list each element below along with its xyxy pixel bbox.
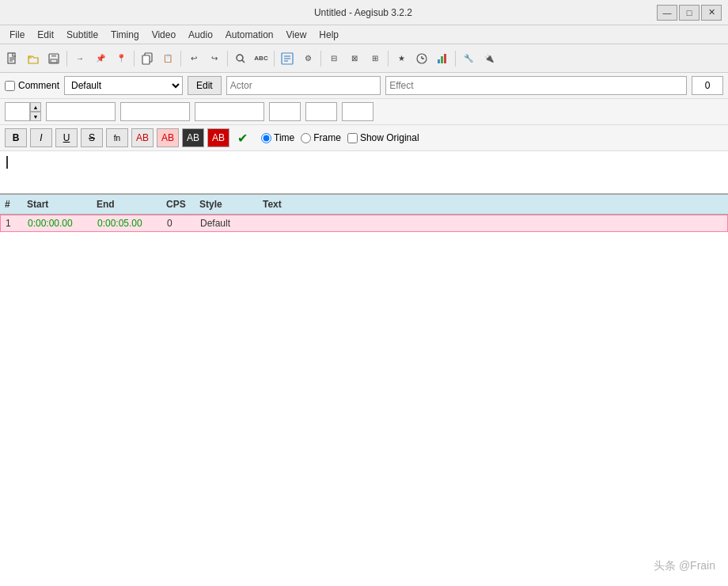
show-original-checkbox[interactable]: [347, 133, 358, 143]
toolbar-properties[interactable]: ⚙: [298, 49, 317, 68]
toolbar-sep8: [455, 51, 456, 67]
text-editor-wrap: [0, 151, 728, 195]
italic-button[interactable]: I: [30, 128, 52, 147]
toolbar-copy[interactable]: [138, 49, 157, 68]
effect-input[interactable]: [385, 76, 687, 95]
close-button[interactable]: ✕: [701, 5, 722, 21]
toolbar-sep6: [320, 51, 321, 67]
toolbar-grid1[interactable]: ⊟: [324, 49, 343, 68]
cell-end: 0:00:05.00: [93, 215, 162, 231]
watermark: 头条 @Frain: [654, 559, 715, 573]
toolbar-star[interactable]: ★: [392, 49, 411, 68]
subtitle-list: # Start End CPS Style Text 1 0:00:00.00 …: [0, 195, 728, 586]
margin-v-input[interactable]: 0: [342, 102, 373, 121]
toolbar-paste[interactable]: 📋: [158, 49, 177, 68]
header-cps: CPS: [161, 197, 195, 211]
menu-audio[interactable]: Audio: [182, 28, 219, 42]
edit-button[interactable]: Edit: [188, 76, 222, 95]
font-name-button[interactable]: fn: [106, 128, 128, 147]
toolbar-sep2: [134, 51, 135, 67]
time-radio-label[interactable]: Time: [261, 132, 294, 143]
cell-text: [259, 215, 727, 231]
minimize-button[interactable]: —: [657, 5, 677, 21]
cell-cps: 0: [162, 215, 195, 231]
toolbar-spellcheck[interactable]: ABC: [252, 49, 271, 68]
text-editor[interactable]: [0, 151, 728, 192]
layer-input[interactable]: [692, 76, 723, 95]
toolbar-open[interactable]: [24, 49, 43, 68]
title-bar-controls: — □ ✕: [657, 5, 722, 21]
toolbar-clock[interactable]: [412, 49, 431, 68]
menu-timing[interactable]: Timing: [104, 28, 146, 42]
end-time-input[interactable]: 0:00:05.00: [120, 102, 190, 121]
strikethrough-button[interactable]: S: [81, 128, 103, 147]
toolbar-undo[interactable]: ↩: [184, 49, 203, 68]
cell-style: Default: [195, 215, 259, 231]
table-row[interactable]: 1 0:00:00.00 0:00:05.00 0 Default: [0, 215, 728, 232]
time-radio[interactable]: [261, 133, 271, 143]
spinner-buttons: ▲ ▼: [30, 102, 41, 121]
color3-button[interactable]: AB: [182, 128, 204, 147]
toolbar-new[interactable]: [3, 49, 22, 68]
menu-file[interactable]: File: [3, 28, 31, 42]
menu-subtitle[interactable]: Subtitle: [60, 28, 104, 42]
underline-button[interactable]: U: [55, 128, 78, 147]
svg-point-10: [237, 55, 243, 61]
edit-row3: B I U S fn AB AB AB AB ✔ Time Frame Show…: [0, 125, 728, 151]
toolbar-wrench[interactable]: 🔧: [459, 49, 478, 68]
toolbar-sep4: [227, 51, 228, 67]
toolbar-chart[interactable]: [433, 49, 452, 68]
toolbar-pin[interactable]: 📌: [91, 49, 110, 68]
toolbar-arrow-right[interactable]: →: [70, 49, 89, 68]
svg-rect-19: [438, 59, 440, 63]
color1-button[interactable]: AB: [131, 128, 154, 147]
menu-view[interactable]: View: [280, 28, 313, 42]
toolbar-redo[interactable]: ↪: [205, 49, 224, 68]
svg-rect-20: [441, 56, 443, 63]
layer-number[interactable]: 0: [5, 102, 30, 121]
edit-row2: 0 ▲ ▼ 0:00:00.00 0:00:05.00 0:00:05.00 0…: [0, 99, 728, 125]
margin-r-input[interactable]: 0: [305, 102, 337, 121]
show-original-text: Show Original: [360, 132, 419, 143]
time-label: Time: [274, 132, 294, 143]
svg-rect-6: [51, 54, 56, 57]
menu-edit[interactable]: Edit: [31, 28, 60, 42]
duration-input[interactable]: 0:00:05.00: [195, 102, 264, 121]
svg-rect-21: [444, 54, 446, 63]
commit-button[interactable]: ✔: [233, 128, 252, 147]
color2-button[interactable]: AB: [157, 128, 179, 147]
show-original-label[interactable]: Show Original: [347, 132, 419, 143]
layer-up-button[interactable]: ▲: [30, 102, 41, 112]
menu-automation[interactable]: Automation: [219, 28, 280, 42]
color4-button[interactable]: AB: [207, 128, 229, 147]
comment-label: Comment: [18, 80, 59, 91]
menu-help[interactable]: Help: [313, 28, 345, 42]
start-time-input[interactable]: 0:00:00.00: [46, 102, 116, 121]
toolbar-grid2[interactable]: ⊠: [345, 49, 364, 68]
header-end: End: [92, 197, 161, 211]
maximize-button[interactable]: □: [679, 5, 700, 21]
toolbar-save[interactable]: [44, 49, 63, 68]
actor-input[interactable]: [226, 76, 381, 95]
bold-button[interactable]: B: [5, 128, 27, 147]
toolbar-sep5: [274, 51, 275, 67]
toolbar-plugin[interactable]: 🔌: [480, 49, 499, 68]
frame-radio-label[interactable]: Frame: [301, 132, 341, 143]
layer-down-button[interactable]: ▼: [30, 112, 41, 121]
toolbar-pin2[interactable]: 📍: [112, 49, 131, 68]
toolbar-styles[interactable]: [278, 49, 297, 68]
svg-line-11: [242, 60, 245, 63]
margin-l-input[interactable]: 0: [269, 102, 301, 121]
text-cursor: [6, 156, 8, 169]
comment-checkbox[interactable]: [5, 81, 15, 91]
menu-video[interactable]: Video: [146, 28, 182, 42]
menu-bar: File Edit Subtitle Timing Video Audio Au…: [0, 25, 728, 44]
toolbar-grid3[interactable]: ⊞: [366, 49, 385, 68]
cell-start: 0:00:00.00: [23, 215, 93, 231]
header-num: #: [0, 197, 22, 211]
style-select[interactable]: Default: [64, 76, 183, 95]
frame-radio[interactable]: [301, 133, 311, 143]
svg-rect-4: [28, 56, 32, 59]
time-frame-group: Time Frame Show Original: [261, 132, 419, 143]
toolbar-find[interactable]: [231, 49, 250, 68]
